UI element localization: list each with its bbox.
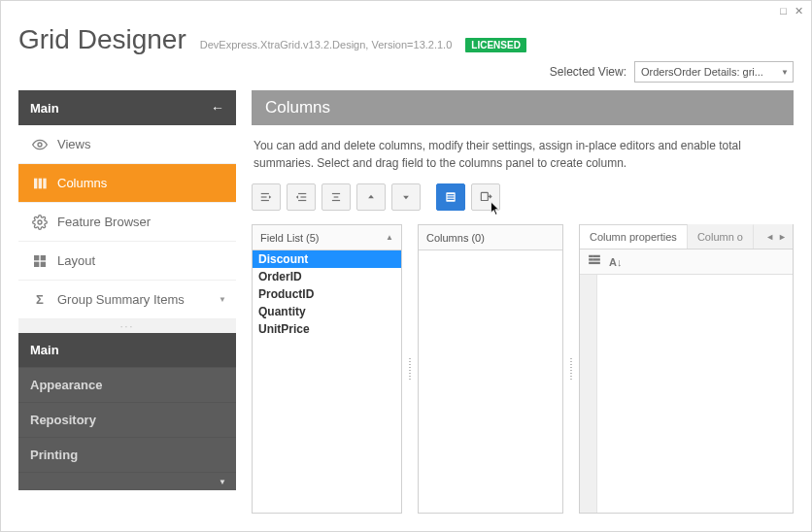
assembly-label: DevExpress.XtraGrid.v13.2.Design, Versio… bbox=[200, 39, 453, 50]
maximize-icon[interactable]: □ bbox=[780, 5, 787, 17]
sigma-icon: Σ bbox=[32, 292, 48, 308]
sort-az-icon[interactable]: A↓ bbox=[609, 256, 622, 268]
svg-point-0 bbox=[38, 143, 42, 147]
svg-rect-26 bbox=[593, 258, 599, 259]
sidebar-item-columns[interactable]: Columns bbox=[18, 164, 236, 203]
sidebar-header-main[interactable]: Main ← bbox=[18, 90, 236, 125]
sidebar: Main ← Views Columns Feature Browser bbox=[18, 90, 236, 514]
show-field-list-button[interactable] bbox=[436, 183, 465, 211]
window-titlebar: □ ✕ bbox=[1, 1, 811, 18]
sidebar-footer[interactable]: ▼ bbox=[18, 473, 236, 490]
sort-asc-icon: ▲ bbox=[386, 233, 393, 242]
tab-column-properties[interactable]: Column properties bbox=[580, 224, 688, 249]
svg-rect-6 bbox=[41, 255, 46, 260]
svg-point-4 bbox=[38, 220, 42, 224]
move-down-button[interactable] bbox=[391, 183, 421, 211]
svg-rect-22 bbox=[481, 192, 488, 200]
field-item[interactable]: Discount bbox=[253, 250, 401, 268]
field-list-panel: Field List (5) ▲ DiscountOrderIDProductI… bbox=[252, 224, 402, 514]
columns-panel-header[interactable]: Columns (0) bbox=[419, 225, 562, 250]
sidebar-item-label: Views bbox=[57, 137, 90, 151]
selected-view-dropdown[interactable]: OrdersOrder Details: gri... ▼ bbox=[634, 61, 794, 83]
field-item[interactable]: Quantity bbox=[253, 303, 401, 320]
svg-rect-8 bbox=[41, 261, 46, 266]
sidebar-item-label: Columns bbox=[57, 176, 107, 190]
tab-column-options[interactable]: Column o bbox=[688, 224, 754, 249]
eye-icon bbox=[32, 137, 48, 152]
svg-rect-13 bbox=[300, 196, 306, 197]
chevron-down-icon: ▼ bbox=[219, 478, 226, 486]
tab-prev-icon[interactable]: ◄ bbox=[765, 232, 774, 242]
svg-rect-10 bbox=[261, 196, 267, 197]
field-list-header[interactable]: Field List (5) ▲ bbox=[253, 225, 401, 250]
sidebar-section-appearance[interactable]: Appearance bbox=[18, 368, 236, 403]
layout-icon bbox=[32, 253, 48, 269]
field-item[interactable]: UnitPrice bbox=[253, 320, 401, 338]
sidebar-item-feature-browser[interactable]: Feature Browser bbox=[18, 203, 236, 242]
sidebar-item-views[interactable]: Views bbox=[18, 125, 236, 164]
sidebar-item-label: Layout bbox=[57, 253, 95, 268]
svg-rect-9 bbox=[261, 193, 269, 194]
svg-rect-25 bbox=[593, 255, 599, 256]
splitter-2[interactable] bbox=[569, 224, 573, 514]
svg-rect-17 bbox=[332, 200, 340, 201]
tab-next-icon[interactable]: ► bbox=[778, 232, 787, 242]
svg-rect-14 bbox=[298, 200, 306, 201]
sidebar-section-repository[interactable]: Repository bbox=[18, 403, 236, 438]
columns-toolbar bbox=[252, 183, 794, 211]
sidebar-item-label: Group Summary Items bbox=[57, 292, 185, 307]
field-item[interactable]: ProductID bbox=[253, 285, 401, 303]
body: Main ← Views Columns Feature Browser bbox=[1, 90, 811, 531]
svg-rect-5 bbox=[34, 255, 39, 260]
content-description: You can add and delete columns, modify t… bbox=[254, 137, 792, 172]
svg-rect-23 bbox=[590, 255, 593, 256]
sidebar-overflow[interactable]: ··· bbox=[18, 319, 236, 333]
svg-rect-16 bbox=[334, 196, 339, 197]
gear-icon bbox=[32, 215, 48, 230]
content: Columns You can add and delete columns, … bbox=[252, 90, 794, 514]
svg-rect-7 bbox=[34, 261, 39, 266]
sidebar-section-main[interactable]: Main bbox=[18, 333, 236, 368]
move-up-button[interactable] bbox=[356, 183, 386, 211]
sidebar-section-printing[interactable]: Printing bbox=[18, 438, 236, 473]
tab-scroll: ◄ ► bbox=[760, 224, 793, 249]
sidebar-header-label: Main bbox=[30, 101, 59, 116]
field-list-header-label: Field List (5) bbox=[260, 232, 320, 244]
svg-rect-27 bbox=[590, 262, 600, 263]
content-header: Columns bbox=[252, 90, 794, 125]
window-root: □ ✕ Grid Designer DevExpress.XtraGrid.v1… bbox=[0, 0, 812, 532]
indent-left-button[interactable] bbox=[252, 183, 281, 211]
panels-row: Field List (5) ▲ DiscountOrderIDProductI… bbox=[252, 224, 794, 514]
indent-right-button[interactable] bbox=[287, 183, 316, 211]
field-list-body[interactable]: DiscountOrderIDProductIDQuantityUnitPric… bbox=[253, 250, 401, 513]
header: Grid Designer DevExpress.XtraGrid.v13.2.… bbox=[1, 18, 811, 90]
svg-rect-2 bbox=[39, 178, 42, 188]
columns-icon bbox=[32, 176, 48, 191]
chevron-down-icon: ▼ bbox=[781, 68, 789, 77]
categorize-icon[interactable] bbox=[588, 253, 601, 271]
sidebar-items: Views Columns Feature Browser Layout Σ G… bbox=[18, 125, 236, 333]
svg-rect-15 bbox=[332, 193, 340, 194]
properties-toolbar: A↓ bbox=[580, 249, 793, 275]
columns-panel: Columns (0) bbox=[418, 224, 563, 514]
selected-view-value: OrdersOrder Details: gri... bbox=[641, 66, 763, 78]
chevron-down-icon: ▼ bbox=[219, 295, 226, 304]
sidebar-item-layout[interactable]: Layout bbox=[18, 242, 236, 281]
svg-rect-20 bbox=[448, 196, 455, 197]
sidebar-item-group-summary[interactable]: Σ Group Summary Items ▼ bbox=[18, 281, 236, 319]
retrieve-fields-button[interactable] bbox=[471, 183, 500, 211]
columns-panel-body[interactable] bbox=[419, 250, 562, 513]
back-arrow-icon: ← bbox=[211, 100, 224, 116]
properties-tabs: Column properties Column o ◄ ► bbox=[580, 224, 793, 249]
svg-rect-11 bbox=[261, 200, 269, 201]
indent-both-button[interactable] bbox=[321, 183, 351, 211]
splitter-1[interactable] bbox=[408, 224, 412, 514]
properties-gutter bbox=[580, 275, 597, 513]
cursor-icon bbox=[490, 202, 503, 216]
license-badge: LICENSED bbox=[465, 38, 526, 52]
properties-body[interactable] bbox=[580, 275, 793, 513]
selected-view-label: Selected View: bbox=[550, 65, 626, 79]
field-item[interactable]: OrderID bbox=[253, 268, 401, 285]
columns-panel-header-label: Columns (0) bbox=[426, 232, 485, 244]
close-icon[interactable]: ✕ bbox=[795, 5, 803, 17]
